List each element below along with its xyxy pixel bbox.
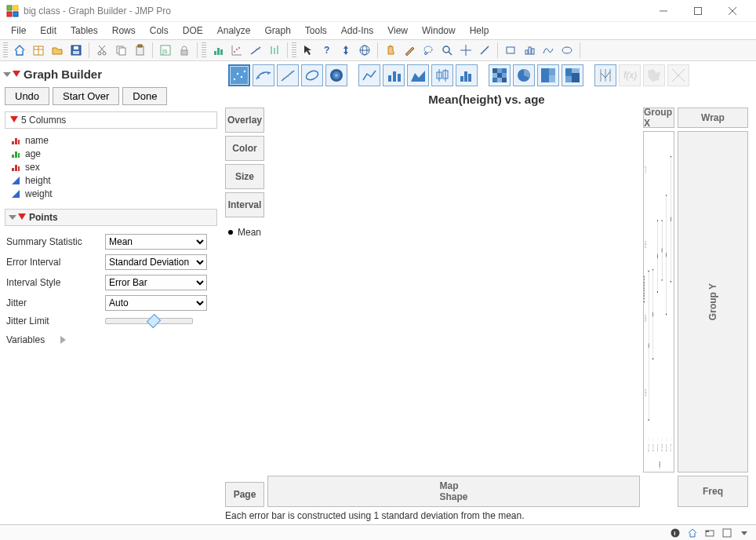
menu-cols[interactable]: Cols (144, 24, 175, 38)
columns-header[interactable]: 5 Columns (5, 111, 217, 129)
dropdown-icon[interactable] (739, 527, 750, 538)
mosaic-icon[interactable] (562, 64, 583, 86)
overlay-zone[interactable]: Overlay (225, 108, 264, 133)
line-chart-icon[interactable] (358, 64, 380, 86)
undo-button[interactable]: Undo (5, 87, 49, 105)
shape-rect-icon[interactable] (502, 42, 519, 59)
contour-icon[interactable] (325, 64, 347, 86)
toolbar-grip[interactable] (3, 42, 8, 58)
boxplot-icon[interactable] (431, 64, 453, 86)
red-triangle-icon[interactable] (10, 116, 18, 124)
line-of-fit-icon[interactable] (277, 64, 299, 86)
copy-icon[interactable] (112, 42, 129, 59)
script-icon[interactable]: js (157, 42, 174, 59)
home-icon[interactable] (11, 42, 28, 59)
error-select[interactable]: Standard Deviation (105, 254, 207, 270)
disclosure-triangle-icon[interactable] (3, 72, 11, 77)
save-icon[interactable] (67, 42, 85, 59)
globe-icon[interactable] (356, 42, 373, 59)
points-chart-icon[interactable] (228, 64, 250, 86)
menu-tools[interactable]: Tools (299, 24, 333, 38)
toolbar-grip-2[interactable] (202, 42, 206, 58)
ellipse-icon[interactable] (301, 64, 323, 86)
freq-zone[interactable]: Freq (678, 476, 748, 507)
red-triangle-icon[interactable] (13, 71, 20, 78)
lasso-icon[interactable] (420, 42, 437, 59)
maximize-button[interactable] (681, 0, 715, 22)
shape-oval-icon[interactable] (558, 42, 576, 59)
summary-select[interactable]: Mean (105, 234, 207, 250)
distribution-icon[interactable] (209, 42, 227, 59)
legend-item-mean[interactable]: Mean (228, 227, 261, 238)
red-triangle-icon[interactable] (18, 213, 26, 221)
shape-curve-icon[interactable] (540, 42, 557, 59)
annotate-icon[interactable] (476, 42, 493, 59)
new-table-icon[interactable] (30, 42, 47, 59)
column-age[interactable]: age (11, 148, 216, 159)
bar-chart-icon[interactable] (383, 64, 405, 86)
hand-icon[interactable] (382, 42, 399, 59)
style-select[interactable]: Error Bar (105, 275, 207, 290)
fit-y-by-x-icon[interactable] (228, 42, 245, 59)
close-button[interactable] (715, 0, 750, 22)
treemap-icon[interactable] (537, 64, 559, 86)
wrap-zone[interactable]: Wrap (678, 108, 748, 128)
menu-window[interactable]: Window (416, 24, 462, 38)
histogram-icon[interactable] (456, 64, 478, 86)
info-icon[interactable]: i (670, 527, 681, 538)
column-height[interactable]: height (11, 175, 216, 186)
start-over-button[interactable]: Start Over (53, 87, 119, 105)
menu-file[interactable]: File (5, 24, 32, 38)
pie-icon[interactable] (513, 64, 535, 86)
menu-graph[interactable]: Graph (258, 24, 296, 38)
map-shape-zone[interactable]: Map Shape (267, 476, 640, 507)
column-weight[interactable]: weight (11, 188, 216, 199)
menu-tables[interactable]: Tables (64, 24, 104, 38)
window-icon[interactable] (721, 527, 732, 538)
expand-triangle-icon[interactable] (60, 336, 66, 344)
menu-doe[interactable]: DOE (176, 24, 209, 38)
group-x-zone[interactable]: Group X (643, 108, 674, 128)
crosshair-icon[interactable] (457, 42, 474, 59)
variables-row[interactable]: Variables (5, 334, 217, 345)
menu-analyze[interactable]: Analyze (211, 24, 257, 38)
menu-view[interactable]: View (381, 24, 414, 38)
page-zone[interactable]: Page (225, 482, 264, 507)
magnifier-icon[interactable] (438, 42, 456, 59)
size-zone[interactable]: Size (225, 164, 264, 189)
menu-rows[interactable]: Rows (106, 24, 142, 38)
interval-zone[interactable]: Interval (225, 192, 264, 217)
fit-model-icon[interactable] (247, 42, 264, 59)
column-sex[interactable]: sex (11, 162, 216, 173)
done-button[interactable]: Done (122, 87, 167, 105)
jitter-select[interactable]: Auto (105, 295, 207, 311)
menu-help[interactable]: Help (463, 24, 496, 38)
points-header[interactable]: Points (5, 209, 217, 226)
jitter-limit-slider[interactable] (105, 318, 193, 324)
paste-icon[interactable] (131, 42, 148, 59)
help-icon[interactable]: ? (318, 42, 336, 59)
open-icon[interactable] (49, 42, 66, 59)
cut-icon[interactable] (93, 42, 111, 59)
scroll-icon[interactable] (337, 42, 354, 59)
parallel-icon[interactable] (594, 64, 616, 86)
anova-icon[interactable] (266, 42, 283, 59)
heatmap-icon[interactable] (489, 64, 511, 86)
area-chart-icon[interactable] (407, 64, 429, 86)
toolbar-grip-3[interactable] (292, 42, 296, 58)
plot-area[interactable]: 55606570121314151617ageheight (643, 131, 674, 472)
menu-edit[interactable]: Edit (34, 24, 63, 38)
column-name[interactable]: name (11, 135, 216, 146)
shape-histogram-icon[interactable] (521, 42, 538, 59)
group-y-zone[interactable]: Group Y (678, 131, 748, 472)
menu-addins[interactable]: Add-Ins (335, 24, 380, 38)
minimize-button[interactable] (646, 0, 681, 22)
disclosure-triangle-icon[interactable] (9, 215, 16, 220)
tab-icon[interactable] (704, 527, 715, 538)
brush-icon[interactable] (401, 42, 418, 59)
arrow-icon[interactable] (300, 42, 317, 59)
color-zone[interactable]: Color (225, 136, 264, 161)
smoother-chart-icon[interactable] (253, 64, 274, 86)
graph-builder-header[interactable]: Graph Builder (5, 66, 217, 84)
home-small-icon[interactable] (687, 527, 698, 538)
